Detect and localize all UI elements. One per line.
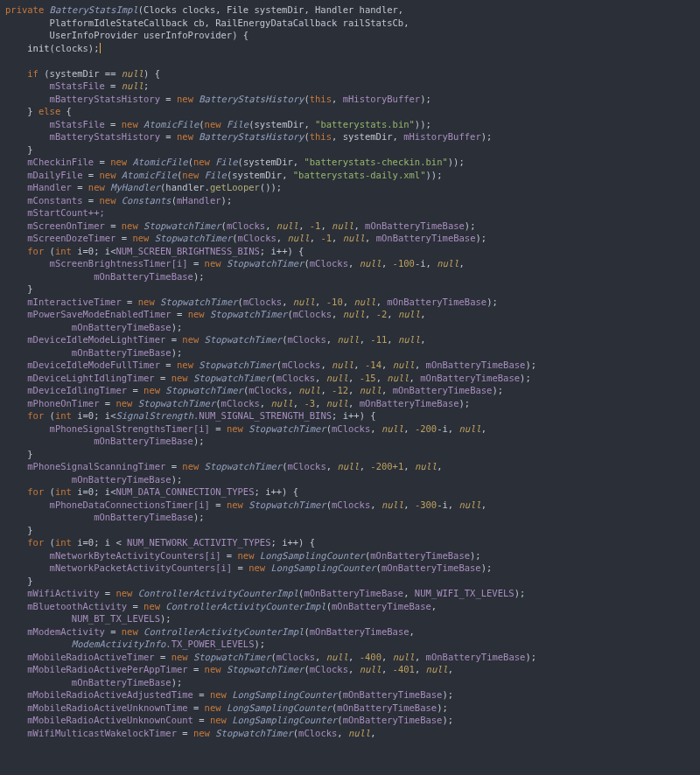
semi: ;: [144, 80, 149, 91]
null-lit: null: [271, 398, 293, 408]
type: ModemActivityInfo: [72, 639, 165, 649]
null-lit: null: [387, 373, 409, 383]
num: -400: [360, 652, 382, 662]
mOnBatteryTimeBase: mOnBatteryTimeBase: [393, 385, 493, 395]
null-lit: null: [326, 398, 348, 408]
const: NUM_WIFI_TX_LEVELS: [415, 588, 514, 598]
mOnBatteryTimeBase: mOnBatteryTimeBase: [376, 233, 476, 243]
type: StopwatchTimer: [138, 398, 216, 408]
null-lit: null: [348, 728, 370, 738]
kw-new: new: [238, 550, 255, 561]
kw-new: new: [177, 131, 193, 142]
type: AtomicFile: [122, 170, 177, 180]
mMobileRadioAdjusted: mMobileRadioActiveAdjustedTime: [27, 689, 193, 700]
mOnBatteryTimeBase: mOnBatteryTimeBase: [382, 562, 481, 573]
type: File: [227, 119, 248, 129]
kw-new: new: [193, 157, 210, 167]
kw-new: new: [227, 423, 243, 434]
num: -15: [360, 373, 376, 383]
type: ControllerActivityCounterImpl: [138, 588, 298, 598]
null-lit: null: [326, 373, 348, 383]
const: NUM_DATA_CONNECTION_TYPES: [116, 486, 254, 497]
type: StopwatchTimer: [248, 499, 326, 510]
const: .TX_POWER_LEVELS: [165, 639, 254, 649]
kw-new: new: [205, 119, 221, 129]
for-cond: i=0; i<: [72, 486, 116, 497]
mMobileRadioActivePerApp: mMobileRadioActivePerAppTimer: [27, 664, 187, 674]
type: SignalStrength: [116, 410, 193, 421]
kw-new: new: [122, 220, 138, 231]
null-lit: null: [382, 423, 403, 434]
mDailyFile: mDailyFile: [27, 170, 82, 180]
num: -3: [304, 398, 315, 408]
kw-new: new: [210, 715, 227, 725]
num: -2: [376, 309, 388, 319]
type: Constants: [122, 195, 172, 206]
type: LongSamplingCounter: [270, 562, 375, 573]
mClocks: mClocks: [276, 652, 315, 662]
type: StopwatchTimer: [248, 423, 326, 434]
mHistoryBuffer: mHistoryBuffer: [403, 131, 481, 142]
mOnBatteryTimeBase: mOnBatteryTimeBase: [310, 626, 410, 637]
type: AtomicFile: [132, 157, 187, 167]
null-lit: null: [298, 385, 320, 395]
num: -1: [310, 220, 321, 231]
mOnBatteryTimeBase: mOnBatteryTimeBase: [387, 297, 486, 307]
mOnBatteryTimeBase: mOnBatteryTimeBase: [426, 360, 526, 370]
type: StopwatchTimer: [144, 220, 221, 231]
kw-else: else: [38, 106, 60, 116]
null-lit: null: [122, 68, 144, 79]
mClocks: mClocks: [287, 334, 326, 345]
kw-for: for: [27, 537, 44, 548]
kw-new: new: [172, 652, 188, 662]
sig-line2: PlatformIdleStateCallback cb, RailEnergy…: [50, 17, 410, 28]
kw-new: new: [248, 562, 265, 573]
mClocks: mClocks: [238, 233, 276, 243]
mOnBatteryTimeBase: mOnBatteryTimeBase: [72, 322, 172, 332]
type: StopwatchTimer: [165, 385, 243, 395]
null-lit: null: [276, 220, 298, 231]
kw-new: new: [116, 398, 132, 408]
type: StopwatchTimer: [199, 360, 276, 370]
ipp: ; i++) {: [260, 246, 304, 256]
null-lit: null: [437, 258, 458, 269]
mStatsFile: mStatsFile: [50, 119, 105, 129]
eq: =: [105, 80, 122, 91]
const: NUM_BT_TX_LEVELS: [72, 613, 160, 624]
type: AtomicFile: [144, 119, 199, 129]
kw-new: new: [110, 157, 127, 167]
mMobileRadioActiveTimer: mMobileRadioActiveTimer: [27, 652, 154, 662]
minus-i: -i: [437, 499, 448, 510]
kw-new: new: [116, 588, 132, 598]
const: .NUM_SIGNAL_STRENGTH_BINS: [193, 410, 332, 421]
num: -1: [320, 233, 332, 243]
null-lit: null: [459, 499, 481, 510]
num: -14: [365, 360, 382, 370]
mBluetoothActivity: mBluetoothActivity: [27, 601, 127, 611]
type: StopwatchTimer: [227, 258, 304, 269]
kw-this: this: [310, 94, 332, 104]
mNetByte: mNetworkByteActivityCounters[i]: [50, 550, 221, 561]
type: StopwatchTimer: [205, 461, 283, 471]
mWifiMulticast: mWifiMulticastWakelockTimer: [27, 728, 177, 738]
mOnBatteryTimeBase: mOnBatteryTimeBase: [72, 474, 172, 485]
mClocks: mClocks: [298, 728, 337, 738]
mOnBatteryTimeBase: mOnBatteryTimeBase: [94, 436, 193, 446]
mConstants: mConstants: [27, 195, 82, 206]
mOnBatteryTimeBase: mOnBatteryTimeBase: [426, 652, 526, 662]
type: File: [215, 157, 237, 167]
type: LongSamplingCounter: [232, 715, 337, 725]
null-lit: null: [337, 461, 359, 471]
kw-new: new: [144, 385, 160, 395]
kw-private: private: [5, 4, 44, 15]
type: LongSamplingCounter: [260, 550, 365, 561]
kw-new: new: [122, 626, 138, 637]
mNetPacket: mNetworkPacketActivityCounters[i]: [50, 562, 233, 573]
num: -300: [415, 499, 437, 510]
mScreenOnTimer: mScreenOnTimer: [27, 220, 105, 231]
mPowerSave: mPowerSaveModeEnabledTimer: [27, 309, 171, 319]
kw-new: new: [144, 601, 160, 611]
if-close: ) {: [144, 68, 160, 79]
kw-for: for: [27, 486, 44, 497]
type: LongSamplingCounter: [227, 702, 332, 713]
